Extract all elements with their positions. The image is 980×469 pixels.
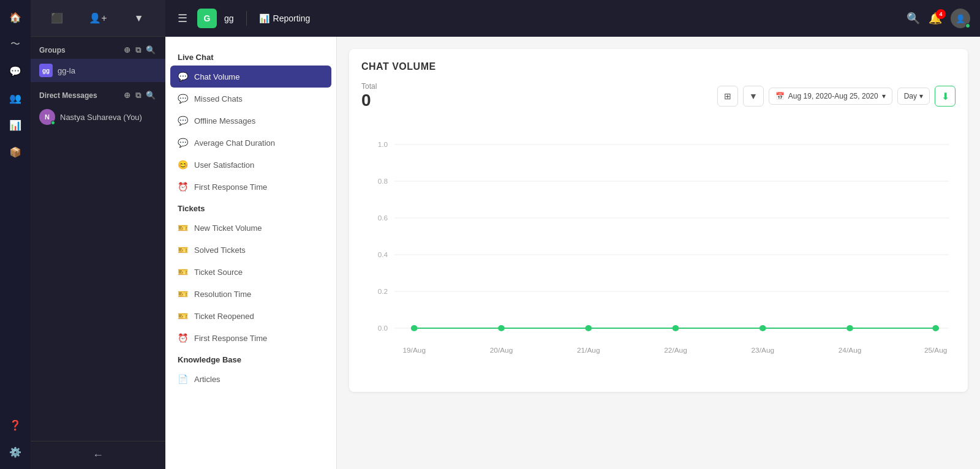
nav-offline-messages-label: Offline Messages [194, 116, 255, 126]
download-button[interactable]: ⬇ [935, 86, 956, 107]
sidebar: ⬛ 👤+ ▼ Groups ⊕ ⧉ 🔍 gg gg-la Direct Mess… [31, 0, 165, 469]
table-view-button[interactable]: ⊞ [717, 86, 738, 107]
notification-badge: 4 [936, 9, 946, 19]
date-caret-icon: ▾ [882, 92, 886, 100]
nav-first-response-time-tickets[interactable]: ⏰ First Response Time [165, 327, 336, 349]
groups-section: Groups ⊕ ⧉ 🔍 [31, 37, 165, 59]
chat-icon[interactable]: 💬 [4, 60, 26, 82]
resolution-time-icon: 🎫 [178, 289, 188, 299]
svg-text:0.6: 0.6 [378, 214, 388, 222]
main-area: ☰ G gg 📊 Reporting 🔍 🔔 4 👤 Live Chat 💬 [165, 0, 980, 469]
svg-point-19 [932, 325, 939, 331]
nav-missed-chats[interactable]: 💬 Missed Chats [165, 88, 336, 110]
home-icon[interactable]: 🏠 [4, 6, 26, 28]
nav-user-satisfaction-label: User Satisfaction [194, 160, 254, 170]
svg-text:1.0: 1.0 [378, 141, 388, 148]
filter-button[interactable]: ▼ [743, 86, 764, 107]
new-ticket-icon: 🎫 [178, 223, 188, 233]
back-button[interactable]: ← [31, 441, 165, 469]
nav-avg-chat-duration[interactable]: 💬 Average Chat Duration [165, 132, 336, 154]
date-range-picker[interactable]: 📅 Aug 19, 2020-Aug 25, 2020 ▾ [769, 88, 892, 105]
date-range-label: Aug 19, 2020-Aug 25, 2020 [788, 92, 878, 100]
user-online-dot [965, 23, 970, 28]
chart-controls: ⊞ ▼ 📅 Aug 19, 2020-Aug 25, 2020 ▾ Day ▾ [717, 86, 956, 107]
copy-group-icon[interactable]: ⧉ [134, 44, 142, 56]
nav-ticket-source-label: Ticket Source [194, 268, 243, 277]
nav-missed-chats-label: Missed Chats [194, 94, 243, 103]
live-chat-section-title: Live Chat [165, 47, 336, 66]
nav-new-ticket-volume[interactable]: 🎫 New Ticket Volume [165, 217, 336, 239]
header: ☰ G gg 📊 Reporting 🔍 🔔 4 👤 [165, 0, 980, 37]
workspace-badge: G [197, 9, 217, 28]
period-label: Day [904, 92, 917, 100]
chart-svg: 1.0 0.8 0.6 0.4 0.2 0.0 [361, 120, 956, 377]
help-icon[interactable]: ❓ [4, 414, 26, 436]
avg-chat-icon: 💬 [178, 138, 188, 148]
user-avatar: N [39, 109, 55, 125]
nav-first-response-time-live[interactable]: ⏰ First Response Time [165, 176, 336, 198]
groups-actions: ⊕ ⧉ 🔍 [123, 44, 157, 56]
person-add-icon[interactable]: 👤+ [89, 9, 107, 28]
group-item-gg-la[interactable]: gg gg-la [31, 59, 165, 82]
calendar-icon: 📅 [775, 92, 785, 100]
online-indicator [51, 121, 55, 125]
svg-text:0.2: 0.2 [378, 288, 388, 295]
svg-text:20/Aug: 20/Aug [490, 347, 513, 354]
hamburger-button[interactable]: ☰ [175, 9, 190, 28]
content: Live Chat 💬 Chat Volume 💬 Missed Chats 💬… [165, 37, 980, 469]
reports-icon[interactable]: 📊 [4, 114, 26, 136]
nav-new-ticket-label: New Ticket Volume [194, 223, 262, 233]
integrations-icon[interactable]: 📦 [4, 141, 26, 163]
nav-user-satisfaction[interactable]: 😊 User Satisfaction [165, 154, 336, 176]
nav-ticket-source[interactable]: 🎫 Ticket Source [165, 261, 336, 283]
chart-total: Total 0 [361, 82, 377, 110]
dm-section: Direct Messages ⊕ ⧉ 🔍 [31, 82, 165, 104]
dm-user-label: Nastya Suhareva (You) [60, 113, 142, 122]
missed-chats-icon: 💬 [178, 94, 188, 103]
nav-chat-volume-label: Chat Volume [194, 72, 239, 81]
dm-user-item[interactable]: N Nastya Suhareva (You) [31, 104, 165, 130]
chart-container: CHAT VOLUME Total 0 ⊞ ▼ 📅 Aug 19, 2020-A… [349, 49, 968, 392]
filter-icon[interactable]: ▼ [130, 9, 148, 28]
nav-panel: Live Chat 💬 Chat Volume 💬 Missed Chats 💬… [165, 37, 337, 469]
nav-offline-messages[interactable]: 💬 Offline Messages [165, 110, 336, 132]
add-dm-icon[interactable]: ⊕ [123, 89, 132, 102]
svg-point-13 [411, 325, 418, 331]
offline-messages-icon: 💬 [178, 116, 188, 126]
nav-first-response-label-tickets: First Response Time [194, 334, 267, 343]
search-icon[interactable]: 🔍 [907, 12, 920, 25]
first-response-icon-tickets: ⏰ [178, 333, 188, 343]
search-group-icon[interactable]: 🔍 [145, 44, 157, 56]
layers-icon[interactable]: ⬛ [48, 9, 66, 28]
svg-text:19/Aug: 19/Aug [402, 347, 426, 354]
chat-volume-icon: 💬 [178, 72, 188, 81]
copy-dm-icon[interactable]: ⧉ [134, 89, 142, 102]
nav-ticket-reopened-label: Ticket Reopened [194, 312, 254, 321]
ticket-reopened-icon: 🎫 [178, 311, 188, 321]
search-dm-icon[interactable]: 🔍 [145, 89, 157, 102]
pulse-icon[interactable]: 〜 [4, 33, 26, 55]
svg-text:24/Aug: 24/Aug [839, 347, 862, 354]
nav-first-response-label-live: First Response Time [194, 182, 267, 192]
period-picker[interactable]: Day ▾ [897, 88, 930, 105]
nav-chat-volume[interactable]: 💬 Chat Volume [170, 66, 331, 88]
contacts-icon[interactable]: 👥 [4, 87, 26, 109]
notification-wrap: 🔔 4 [929, 12, 942, 25]
svg-point-16 [673, 325, 679, 331]
svg-text:23/Aug: 23/Aug [752, 347, 775, 354]
nav-solved-tickets-label: Solved Tickets [194, 246, 246, 255]
nav-solved-tickets[interactable]: 🎫 Solved Tickets [165, 239, 336, 261]
svg-point-14 [498, 325, 505, 331]
nav-articles[interactable]: 📄 Articles [165, 368, 336, 390]
first-response-icon-live: ⏰ [178, 182, 188, 192]
user-avatar-header[interactable]: 👤 [951, 9, 970, 28]
settings-icon[interactable]: ⚙️ [4, 441, 26, 463]
svg-text:0.0: 0.0 [378, 325, 388, 332]
nav-resolution-time[interactable]: 🎫 Resolution Time [165, 283, 336, 305]
svg-text:25/Aug: 25/Aug [924, 347, 948, 354]
nav-ticket-reopened[interactable]: 🎫 Ticket Reopened [165, 305, 336, 327]
solved-tickets-icon: 🎫 [178, 245, 188, 255]
ticket-source-icon: 🎫 [178, 267, 188, 277]
add-group-icon[interactable]: ⊕ [123, 44, 132, 56]
workspace-name: gg [224, 13, 234, 23]
